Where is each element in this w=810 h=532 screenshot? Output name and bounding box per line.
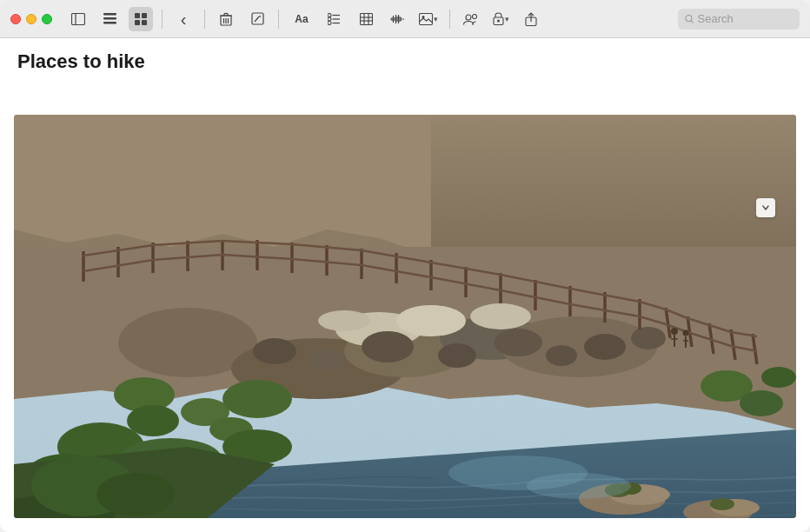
svg-rect-5 — [135, 13, 140, 18]
svg-rect-8 — [142, 20, 147, 25]
titlebar: ‹ Aa — [0, 0, 810, 38]
search-input[interactable] — [698, 12, 793, 25]
svg-point-95 — [671, 328, 678, 335]
svg-point-111 — [740, 390, 783, 416]
divider-1 — [162, 10, 163, 29]
trash-icon — [220, 12, 232, 26]
search-field[interactable] — [678, 9, 800, 30]
svg-point-72 — [631, 327, 666, 349]
svg-point-126 — [527, 473, 631, 499]
svg-rect-25 — [360, 13, 372, 24]
svg-line-18 — [255, 17, 259, 22]
checklist-button[interactable] — [322, 7, 347, 31]
landscape-image[interactable] — [14, 115, 796, 518]
collaborate-button[interactable] — [459, 7, 483, 31]
svg-point-98 — [683, 330, 689, 336]
svg-point-70 — [546, 345, 577, 366]
landscape-svg — [14, 115, 796, 518]
svg-point-45 — [497, 20, 500, 23]
audio-icon — [390, 13, 404, 25]
collaborate-icon — [463, 13, 479, 25]
delete-button[interactable] — [214, 7, 238, 31]
format-button[interactable]: Aa — [288, 7, 315, 31]
svg-rect-0 — [72, 13, 85, 24]
table-icon — [360, 13, 373, 25]
grid-view-button[interactable] — [129, 7, 153, 31]
media-icon — [419, 13, 433, 25]
table-button[interactable] — [354, 7, 378, 31]
compose-icon — [251, 12, 264, 25]
expand-chevron-icon — [761, 204, 770, 211]
svg-point-48 — [686, 15, 692, 21]
list-view-button[interactable] — [97, 7, 122, 31]
divider-2 — [204, 10, 205, 29]
audio-button[interactable] — [385, 7, 409, 31]
svg-point-63 — [470, 303, 531, 329]
share-button[interactable] — [519, 7, 543, 31]
sidebar-toggle-button[interactable] — [66, 7, 90, 31]
close-button[interactable] — [10, 14, 21, 24]
svg-point-124 — [96, 473, 175, 516]
svg-point-62 — [396, 305, 466, 336]
svg-point-69 — [494, 329, 542, 356]
lock-chevron-icon: ▾ — [505, 15, 509, 23]
svg-point-64 — [318, 310, 370, 331]
svg-point-65 — [253, 338, 296, 364]
svg-line-49 — [691, 20, 694, 23]
divider-3 — [278, 10, 279, 29]
svg-rect-6 — [142, 13, 147, 18]
svg-point-71 — [584, 334, 626, 360]
svg-point-103 — [222, 380, 292, 418]
svg-point-23 — [328, 21, 331, 24]
lock-icon — [493, 12, 504, 25]
list-view-icon — [103, 13, 116, 24]
svg-point-42 — [466, 15, 471, 20]
svg-rect-7 — [135, 20, 140, 25]
expand-image-button[interactable] — [756, 198, 775, 217]
note-title: Places to hike — [17, 50, 145, 73]
share-icon — [525, 12, 537, 26]
svg-point-68 — [438, 343, 476, 368]
svg-point-66 — [309, 349, 344, 370]
svg-rect-40 — [420, 13, 433, 24]
minimize-button[interactable] — [26, 14, 37, 24]
divider-4 — [449, 10, 450, 29]
maximize-button[interactable] — [42, 14, 52, 24]
back-button[interactable]: ‹ — [171, 7, 196, 31]
svg-point-112 — [761, 367, 796, 388]
svg-rect-2 — [103, 13, 116, 16]
compose-button[interactable] — [245, 7, 269, 31]
media-button[interactable]: ▾ — [416, 11, 441, 27]
lock-button[interactable]: ▾ — [490, 10, 512, 27]
media-chevron-icon: ▾ — [434, 15, 438, 23]
svg-point-67 — [362, 331, 414, 362]
search-icon — [685, 14, 694, 24]
traffic-lights — [10, 14, 52, 24]
svg-point-21 — [328, 17, 331, 21]
svg-point-120 — [710, 498, 734, 510]
svg-point-19 — [328, 13, 331, 17]
svg-rect-3 — [103, 17, 116, 20]
svg-rect-4 — [103, 22, 116, 24]
svg-point-43 — [473, 14, 477, 18]
checklist-icon — [328, 13, 342, 25]
sidebar-icon — [71, 13, 85, 25]
main-content: Places to hike — [0, 38, 810, 532]
grid-view-icon — [135, 13, 147, 25]
